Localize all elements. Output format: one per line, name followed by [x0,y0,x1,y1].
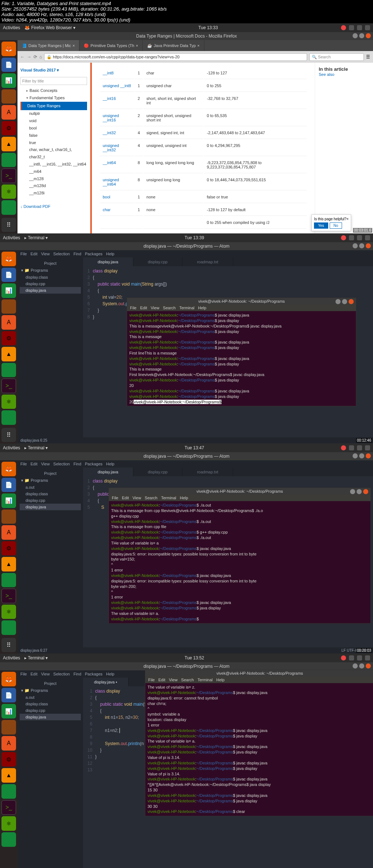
software-icon[interactable]: A [1,736,16,751]
sheet-icon[interactable] [1,784,16,799]
search-bar[interactable]: 🔍 Search [309,53,364,61]
clock[interactable]: Tue 13:47 [48,445,341,450]
firefox-icon[interactable]: 🦊 [1,672,16,686]
file-aout[interactable]: a.out [20,484,81,491]
volume-icon[interactable] [357,25,362,30]
menu-edit[interactable]: Edit [31,672,38,676]
calc2-icon[interactable] [1,410,16,425]
writer-icon[interactable]: 📄 [1,478,16,492]
term-menu-help[interactable]: Help [198,306,207,310]
folder-programs[interactable]: ▾ 📁 Programs [20,267,81,274]
terminal-output[interactable]: vivek@vivek-HP-Notebook:~/Desktop/Progra… [109,501,370,623]
power-icon[interactable] [365,25,370,30]
term-menu-view[interactable]: View [151,306,160,310]
url-bar[interactable]: 🔒 https://docs.microsoft.com/en-us/cpp/c… [44,53,307,61]
menu-view[interactable]: View [41,252,50,256]
volume-icon[interactable] [357,235,362,240]
menu-edit[interactable]: Edit [31,462,38,466]
maximize-button[interactable] [359,663,364,669]
reload-button[interactable]: ⟳ [34,54,37,59]
version-selector[interactable]: Visual Studio 2017 ▾ [20,66,87,75]
settings-icon[interactable]: ⚙ [1,752,16,767]
feedback-yes[interactable]: Yes [314,222,328,229]
term-menu-search[interactable]: Search [163,306,176,310]
home-button[interactable]: ⌂ [39,54,42,59]
vlc-icon[interactable]: ▲ [1,768,16,783]
tab-roadmap[interactable]: roadmap.txt [182,468,233,476]
network-icon[interactable] [349,25,354,30]
terminal-output[interactable]: vivek@vivek-HP-Notebook:~/Desktop/Progra… [127,311,356,406]
download-pdf[interactable]: ↓ Download PDF [20,204,87,209]
tree-m128[interactable]: __m128 [20,175,87,183]
file-display-java[interactable]: display.java [20,287,81,294]
back-button[interactable]: ← [20,54,25,59]
term-menu-edit[interactable]: Edit [140,306,147,310]
term-maximize[interactable] [357,489,362,494]
term-menu-terminal[interactable]: Terminal [179,306,195,310]
menu-view[interactable]: View [41,672,50,676]
menu-find[interactable]: Find [74,252,81,256]
activities-button[interactable]: Activities [3,655,20,660]
vlc-icon[interactable]: ▲ [1,557,16,571]
software-icon[interactable]: A [1,105,16,120]
close-button[interactable] [366,453,371,458]
vlc-icon[interactable]: ▲ [1,137,16,151]
term-menu-edit[interactable]: Edit [122,496,129,500]
term-close[interactable] [349,299,354,304]
terminal-window[interactable]: vivek@vivek-HP-Notebook: ~/Desktop/Progr… [127,298,356,406]
menu-selection[interactable]: Selection [53,252,70,256]
volume-icon[interactable] [357,445,362,450]
term-menu-terminal[interactable]: Terminal [161,496,176,500]
app-icon[interactable] [1,720,16,735]
folder-programs[interactable]: ▾ 📁 Programs [20,687,81,694]
writer-icon[interactable]: 📄 [1,268,16,282]
feedback-no[interactable]: No [330,222,342,229]
term-menu-help[interactable]: Help [180,496,188,500]
menu-button[interactable]: ☰ [366,54,370,59]
maximize-button[interactable] [359,33,364,38]
minimize-button[interactable] [353,243,358,248]
tab-display-cpp[interactable]: display.cpp [133,257,182,266]
tab-display-java[interactable]: display.java [83,257,133,266]
minimize-button[interactable] [353,663,358,669]
menu-packages[interactable]: Packages [85,462,102,466]
file-aout[interactable]: a.out [20,694,81,701]
firefox-icon[interactable]: 🦊 [1,252,16,266]
software-icon[interactable]: A [1,315,16,330]
firefox-icon[interactable]: 🦊 [1,462,16,476]
activities-button[interactable]: Activities [3,235,20,240]
close-button[interactable] [366,243,371,248]
tab-java[interactable]: ☕ Java Primitive Data Typ × [143,40,204,51]
maximize-button[interactable] [359,243,364,248]
minimize-button[interactable] [353,33,358,38]
settings-icon[interactable]: ⚙ [1,121,16,136]
terminal-window[interactable]: vivek@vivek-HP-Notebook: ~/Desktop/Progr… [109,488,371,624]
tree-bool[interactable]: bool [20,125,87,132]
writer-icon[interactable]: 📄 [1,58,16,72]
menu-view[interactable]: View [41,462,50,466]
tree-data-type-ranges[interactable]: Data Type Ranges [20,102,87,111]
term-menu-view[interactable]: View [169,678,178,682]
file-display-java[interactable]: display.java [20,504,81,510]
menu-find[interactable]: Find [74,462,81,466]
folder-programs[interactable]: ▾ 📁 Programs [20,477,81,484]
maximize-button[interactable] [359,453,364,458]
tab-display-cpp[interactable]: display.cpp [133,468,182,476]
menu-help[interactable]: Help [106,462,114,466]
tree-int[interactable]: __int8, __int16, __int32, __int64 [20,161,87,168]
tree-true[interactable]: true [20,139,87,147]
clock[interactable]: Tue 13:52 [48,655,341,660]
file-display-java[interactable]: display.java [20,714,81,720]
tab-roadmap[interactable]: roadmap.txt [182,257,233,266]
clock[interactable]: Tue 13:39 [48,235,341,240]
file-display-cpp[interactable]: display.cpp [20,497,81,504]
calc-icon[interactable]: 📊 [1,73,16,88]
menu-selection[interactable]: Selection [53,672,70,676]
activities-button[interactable]: Activities [3,25,20,30]
firefox-icon[interactable]: 🦊 [1,42,16,56]
tree-m128d[interactable]: __m128d [20,182,87,190]
calc-icon[interactable]: 📊 [1,704,16,718]
forward-button[interactable]: → [27,54,31,59]
terminal-icon[interactable]: >_ [1,589,16,603]
current-app[interactable]: ▸ Terminal ▾ [24,445,48,450]
